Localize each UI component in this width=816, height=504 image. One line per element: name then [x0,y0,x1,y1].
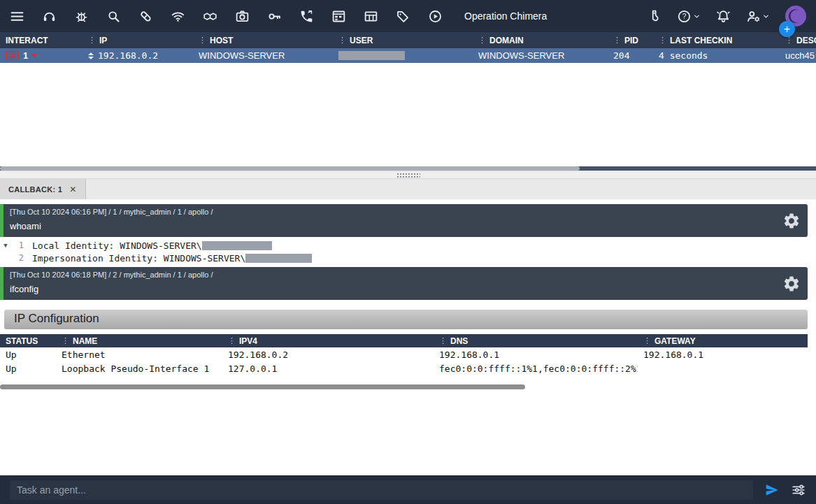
chevron-down-icon[interactable] [693,13,701,20]
pill-icon[interactable] [138,9,153,24]
notifications-icon[interactable] [716,9,731,24]
callback-ip-cell: 192.168.0.2 [83,48,193,63]
output-line: ▼ 1 Local Identity: WINDOWS-SERVER\ [0,239,808,252]
column-header-host[interactable]: ⋮HOST [193,32,333,48]
callbacks-horizontal-scrollbar[interactable] [0,166,816,171]
send-task-icon[interactable] [764,482,780,498]
add-button[interactable]: + [779,21,795,37]
task-1-output: ▼ 1 Local Identity: WINDOWS-SERVER\ 2 Im… [0,237,808,264]
name-value: Loopback Pseudo-Interface 1 [56,361,222,375]
column-header-name[interactable]: ⋮NAME [56,334,222,347]
socks-icon[interactable] [647,9,661,24]
column-header-status[interactable]: STATUS [0,334,56,347]
interface-row: Up Loopback Pseudo-Interface 1 127.0.0.1… [0,361,808,375]
callback-row[interactable]: 1 192.168.0.2 WINDOWS-SERVER WINDOWS-SER… [0,48,816,63]
camera-icon[interactable] [235,9,250,24]
task-settings-icon[interactable] [782,212,801,230]
column-header-ip[interactable]: ⋮IP [83,32,193,48]
task-1-command: whoami [10,221,775,231]
table-icon[interactable] [364,9,378,24]
status-value: Up [0,361,56,375]
column-menu-icon[interactable]: ⋮ [62,336,69,345]
column-header-user[interactable]: ⋮USER [333,32,473,48]
callback-user-cell [333,48,473,63]
task-2-meta: [Thu Oct 10 2024 06:18 PM] / 2 / mythic_… [10,271,775,279]
output-text: Local Identity: WINDOWS-SERVER\ [32,240,202,251]
column-menu-icon[interactable]: ⋮ [659,36,666,45]
callback-pid-cell: 204 [608,48,653,63]
svg-text:?: ? [682,13,687,20]
pane-splitter[interactable] [0,171,816,179]
window-grid-icon[interactable] [331,9,346,24]
callback-interact-cell[interactable]: 1 [0,48,83,63]
user-settings-icon[interactable] [746,9,761,24]
line-number: 1 [11,240,24,250]
column-header-dns[interactable]: ⋮DNS [434,334,638,347]
user-settings-menu[interactable] [746,9,770,24]
callbacks-empty-area [0,63,816,166]
collapse-output-icon[interactable]: ▼ [0,242,11,249]
callback-domain-cell: WINDOWS-SERVER [473,48,608,63]
column-menu-icon[interactable]: ⋮ [613,36,621,45]
interface-row: Up Ethernet 192.168.0.2 192.168.0.1 192.… [0,347,808,361]
chevron-down-icon[interactable] [762,13,770,20]
task-options-icon[interactable] [791,482,806,498]
column-menu-icon[interactable]: ⋮ [199,36,206,45]
task-2: [Thu Oct 10 2024 06:18 PM] / 2 / mythic_… [0,267,808,300]
callback-dropdown-icon[interactable] [31,54,37,57]
dns-value: fec0:0:0:ffff::1%1,fec0:0:0:ffff::2%1, [434,361,638,375]
gateway-value: 192.168.0.1 [638,347,808,361]
tab-callback-1[interactable]: CALLBACK: 1 ✕ [0,179,86,199]
interface-table: STATUS ⋮NAME ⋮IPV4 ⋮DNS ⋮GATEWAY Up Ethe… [0,334,808,375]
task-output-pane: [Thu Oct 10 2024 06:16 PM] / 1 / mythic_… [0,199,816,475]
close-tab-icon[interactable]: ✕ [69,185,76,194]
dns-value: 192.168.0.1 [434,347,638,361]
tag-icon[interactable] [396,9,410,24]
redacted-identity [202,241,272,250]
scrollbar-thumb[interactable] [0,384,525,389]
column-menu-icon[interactable]: ⋮ [338,36,346,45]
column-header-domain[interactable]: ⋮DOMAIN [473,32,608,48]
tab-label: CALLBACK: 1 [8,185,62,194]
task-horizontal-scrollbar[interactable] [0,384,808,389]
column-menu-icon[interactable]: ⋮ [643,336,651,345]
phone-icon[interactable] [299,9,314,24]
column-header-gateway[interactable]: ⋮GATEWAY [638,334,808,347]
headset-icon[interactable] [42,9,57,24]
column-header-interact[interactable]: INTERACT [0,32,83,48]
task-2-header: [Thu Oct 10 2024 06:18 PM] / 2 / mythic_… [0,267,808,300]
task-input[interactable] [10,480,753,500]
output-line: 2 Impersonation Identity: WINDOWS-SERVER… [0,252,808,264]
column-menu-icon[interactable]: ⋮ [88,36,96,45]
column-header-pid[interactable]: ⋮PID [608,32,653,48]
keyboard-icon[interactable] [6,51,19,60]
help-menu[interactable]: ? [677,9,701,24]
search-icon[interactable] [106,9,121,24]
play-icon[interactable] [428,9,443,24]
scrollbar-thumb[interactable] [0,166,580,171]
callback-domain: WINDOWS-SERVER [478,50,564,61]
key-icon[interactable] [267,9,282,24]
operation-name-label: Operation Chimera [464,10,547,22]
bug-icon[interactable] [74,9,89,24]
callback-host: WINDOWS-SERVER [199,50,285,61]
column-header-ipv4[interactable]: ⋮IPV4 [222,334,434,347]
hamburger-menu-icon[interactable] [10,9,24,24]
callback-id: 1 [23,50,28,61]
expand-ips-icon[interactable] [88,52,94,59]
column-header-last-checkin[interactable]: ⋮LAST CHECKIN [653,32,780,48]
help-icon[interactable]: ? [677,9,692,24]
handshake-icon[interactable] [203,9,217,24]
column-menu-icon[interactable]: ⋮ [228,336,236,345]
column-menu-icon[interactable]: ⋮ [478,36,486,45]
task-settings-icon[interactable] [782,275,801,293]
callback-tabbar: CALLBACK: 1 ✕ [0,179,816,199]
wifi-icon[interactable] [171,9,185,24]
splitter-grip-icon[interactable] [396,173,420,178]
interface-table-header: STATUS ⋮NAME ⋮IPV4 ⋮DNS ⋮GATEWAY [0,334,808,347]
ipv4-value: 127.0.0.1 [222,361,434,375]
top-navbar: Operation Chimera ? [0,0,816,32]
column-menu-icon[interactable]: ⋮ [439,336,447,345]
task-2-command: ifconfig [10,284,775,294]
callback-last-checkin: 4 seconds [659,50,708,61]
